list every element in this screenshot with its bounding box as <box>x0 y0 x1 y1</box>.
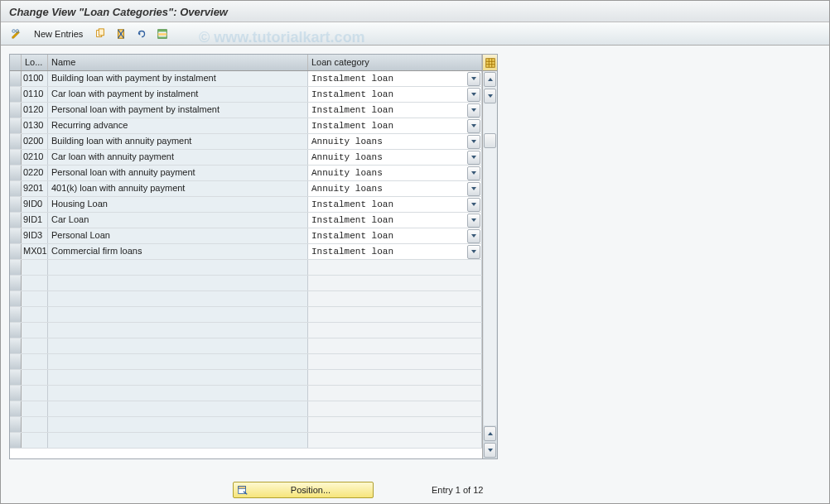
row-selector[interactable] <box>10 291 22 306</box>
dropdown-arrow-icon[interactable] <box>467 229 480 243</box>
code-cell[interactable]: 9ID1 <box>22 213 48 228</box>
dropdown-arrow-icon[interactable] <box>467 88 480 102</box>
select-all-button[interactable] <box>153 26 171 42</box>
new-entries-button[interactable]: New Entries <box>28 26 89 42</box>
name-cell[interactable]: Car loan with annuity payment <box>48 150 308 165</box>
table-row[interactable]: 0210Car loan with annuity paymentAnnuity… <box>10 150 482 166</box>
row-selector[interactable] <box>10 150 22 165</box>
code-cell[interactable]: 9201 <box>22 181 48 196</box>
header-category[interactable]: Loan category <box>308 55 482 70</box>
row-selector[interactable] <box>10 197 22 212</box>
name-cell[interactable]: Building loan with payment by instalment <box>48 71 308 86</box>
table-row[interactable]: 9ID1Car LoanInstalment loan <box>10 213 482 228</box>
table-row[interactable]: 0110Car loan with payment by instalmentI… <box>10 87 482 103</box>
table-row[interactable]: 9ID0Housing LoanInstalment loan <box>10 197 482 213</box>
dropdown-arrow-icon[interactable] <box>467 135 480 149</box>
position-button[interactable]: Position... <box>233 482 374 498</box>
row-selector[interactable] <box>10 260 22 275</box>
category-cell[interactable]: Instalment loan <box>308 103 482 118</box>
scroll-up-button[interactable] <box>484 72 496 87</box>
name-cell[interactable]: Personal loan with annuity payment <box>48 166 308 180</box>
scroll-down-button[interactable] <box>484 443 496 458</box>
dropdown-arrow-icon[interactable] <box>467 214 480 228</box>
category-cell[interactable]: Instalment loan <box>308 87 482 102</box>
row-selector[interactable] <box>10 181 22 196</box>
category-cell[interactable]: Annuity loans <box>308 166 482 180</box>
undo-button[interactable] <box>133 26 151 42</box>
row-selector[interactable] <box>10 103 22 118</box>
row-selector[interactable] <box>10 213 22 228</box>
row-selector[interactable] <box>10 354 22 369</box>
category-cell[interactable]: Instalment loan <box>308 213 482 228</box>
table-row[interactable]: 0100Building loan with payment by instal… <box>10 71 482 87</box>
name-cell[interactable]: Housing Loan <box>48 197 308 212</box>
category-cell[interactable]: Instalment loan <box>308 228 482 243</box>
table-row[interactable]: 9201401(k) loan with annuity paymentAnnu… <box>10 181 482 197</box>
table-settings-button[interactable] <box>483 55 497 71</box>
row-selector[interactable] <box>10 87 22 102</box>
row-selector[interactable] <box>10 323 22 338</box>
code-cell[interactable]: 9ID3 <box>22 228 48 243</box>
toggle-change-mode-button[interactable] <box>7 26 26 42</box>
table-row[interactable]: MX01Commercial firm loansInstalment loan <box>10 244 482 260</box>
name-cell[interactable]: Personal loan with payment by instalment <box>48 103 308 118</box>
scroll-page-up-button[interactable] <box>484 426 496 441</box>
row-selector[interactable] <box>10 370 22 385</box>
dropdown-arrow-icon[interactable] <box>467 119 480 133</box>
header-code[interactable]: Lo... <box>22 55 48 70</box>
copy-as-button[interactable] <box>91 26 109 42</box>
row-selector[interactable] <box>10 134 22 149</box>
row-selector[interactable] <box>10 386 22 401</box>
name-cell[interactable]: Commercial firm loans <box>48 244 308 259</box>
category-cell[interactable]: Instalment loan <box>308 71 482 86</box>
dropdown-arrow-icon[interactable] <box>467 151 480 165</box>
category-cell[interactable]: Instalment loan <box>308 118 482 133</box>
code-cell[interactable]: 0100 <box>22 71 48 86</box>
row-selector[interactable] <box>10 401 22 416</box>
scroll-thumb[interactable] <box>484 133 496 148</box>
category-cell[interactable]: Instalment loan <box>308 244 482 259</box>
delete-button[interactable] <box>112 26 130 42</box>
dropdown-arrow-icon[interactable] <box>467 103 480 118</box>
table-row[interactable]: 0220Personal loan with annuity paymentAn… <box>10 166 482 181</box>
code-cell[interactable]: 9ID0 <box>22 197 48 212</box>
name-cell[interactable]: 401(k) loan with annuity payment <box>48 181 308 196</box>
code-cell[interactable]: 0220 <box>22 166 48 180</box>
header-select-all[interactable] <box>10 55 22 70</box>
row-selector[interactable] <box>10 71 22 86</box>
table-row[interactable]: 0130Recurring advanceInstalment loan <box>10 118 482 134</box>
table-row[interactable]: 0120Personal loan with payment by instal… <box>10 103 482 118</box>
dropdown-arrow-icon[interactable] <box>467 182 480 196</box>
row-selector[interactable] <box>10 228 22 243</box>
dropdown-arrow-icon[interactable] <box>467 245 480 259</box>
name-cell[interactable]: Personal Loan <box>48 228 308 243</box>
table-row[interactable]: 0200Building loan with annuity paymentAn… <box>10 134 482 150</box>
name-cell[interactable]: Car loan with payment by instalment <box>48 87 308 102</box>
category-cell[interactable]: Annuity loans <box>308 134 482 149</box>
row-selector[interactable] <box>10 417 22 432</box>
code-cell[interactable]: 0110 <box>22 87 48 102</box>
row-selector[interactable] <box>10 307 22 322</box>
table-row[interactable]: 9ID3Personal LoanInstalment loan <box>10 228 482 244</box>
code-cell[interactable]: 0200 <box>22 134 48 149</box>
row-selector[interactable] <box>10 166 22 180</box>
row-selector[interactable] <box>10 118 22 133</box>
category-cell[interactable]: Annuity loans <box>308 181 482 196</box>
code-cell[interactable]: 0120 <box>22 103 48 118</box>
scroll-track[interactable] <box>484 104 496 425</box>
scroll-page-down-button[interactable] <box>484 89 496 103</box>
row-selector[interactable] <box>10 276 22 290</box>
dropdown-arrow-icon[interactable] <box>467 198 480 212</box>
category-cell[interactable]: Annuity loans <box>308 150 482 165</box>
row-selector[interactable] <box>10 338 22 353</box>
code-cell[interactable]: MX01 <box>22 244 48 259</box>
row-selector[interactable] <box>10 244 22 259</box>
code-cell[interactable]: 0210 <box>22 150 48 165</box>
code-cell[interactable]: 0130 <box>22 118 48 133</box>
category-cell[interactable]: Instalment loan <box>308 197 482 212</box>
name-cell[interactable]: Building loan with annuity payment <box>48 134 308 149</box>
row-selector[interactable] <box>10 433 22 448</box>
name-cell[interactable]: Car Loan <box>48 213 308 228</box>
header-name[interactable]: Name <box>48 55 308 70</box>
name-cell[interactable]: Recurring advance <box>48 118 308 133</box>
